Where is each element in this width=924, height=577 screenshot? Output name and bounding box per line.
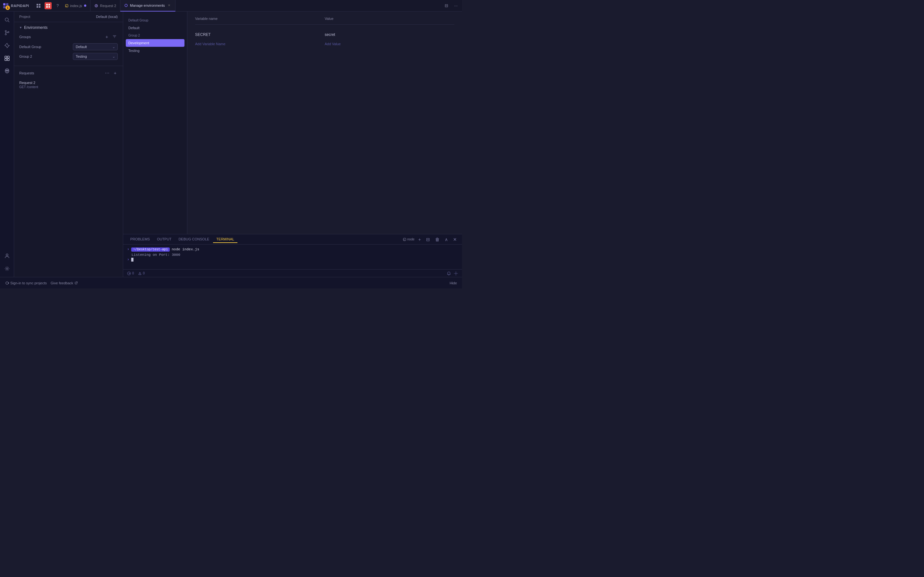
group-default-select-wrapper: Default [73,43,118,50]
env-item-default-label: Default [128,26,140,30]
tab-debug-label: DEBUG CONSOLE [178,237,209,241]
activity-search[interactable] [1,14,13,26]
tab-request2[interactable]: Request 2 [90,0,120,11]
activity-alien[interactable] [1,65,13,77]
request-icon [94,4,98,8]
title-bar: 1 RAPIDAPI [0,0,462,11]
svg-rect-22 [5,56,7,58]
activity-git[interactable] [1,27,13,39]
terminal-maximize-btn[interactable]: ∧ [443,236,449,243]
tab-manage-environments[interactable]: Manage environments ✕ [120,0,176,11]
tab-terminal[interactable]: TERMINAL [213,236,237,243]
status-errors: ✕ 0 [127,271,134,276]
tab-terminal-label: TERMINAL [216,237,234,241]
terminal-add-btn[interactable]: + [417,236,422,243]
status-bar-right [447,271,458,276]
requests-label: Requests [19,71,34,75]
grid-icon-btn[interactable] [35,2,42,9]
requests-section-header: Requests ⋯ + [14,66,123,79]
title-bar-right: ⊟ ··· [443,2,459,9]
svg-rect-9 [48,4,50,5]
env-item-default[interactable]: Default [123,24,187,32]
tab-problems[interactable]: PROBLEMS [127,236,153,243]
terminal-command-line: › ~/Desktop/test-api node index.js [127,247,458,251]
svg-point-27 [5,70,7,71]
sign-in-btn[interactable]: Sign-in to sync projects [5,281,47,285]
group2-select[interactable]: Testing Development [73,53,118,60]
activity-gear[interactable] [1,263,13,274]
sidebar-env-label: Environments [24,25,47,30]
svg-rect-25 [7,59,9,61]
tab-output[interactable]: OUTPUT [153,236,174,243]
env-tab-icon [124,3,128,7]
terminal-close-btn[interactable]: ✕ [452,236,458,243]
tab-manage-environments-label: Manage environments [130,3,165,7]
variable-row-secret: SECRET secret [195,30,454,39]
app-name: RAPIDAPI [11,4,29,8]
title-bar-left: 1 RAPIDAPI [3,2,61,9]
filter-groups-btn[interactable] [111,34,118,40]
prompt-arrow-2-icon: › [127,258,129,262]
activity-person[interactable] [1,250,13,261]
error-count: 0 [132,271,134,275]
variables-panel: Variable name Value SECRET secret Add Va… [187,11,462,234]
tab-debug-console[interactable]: DEBUG CONSOLE [175,236,212,243]
tabs-bar: js index.js Request 2 Manage environment… [61,0,443,11]
node-label: node [407,237,415,241]
plugin-icon-btn[interactable] [45,2,52,9]
groups-actions: + [104,34,118,40]
tab-close-btn[interactable]: ✕ [167,3,171,7]
feedback-btn[interactable]: Give feedback [51,281,78,285]
tab-request2-label: Request 2 [100,4,116,8]
bottom-bar-right: Hide [449,281,457,285]
svg-point-28 [7,70,8,71]
sidebar: Project Default (local) ▼ Environments G… [14,11,123,277]
svg-text:!: ! [140,272,140,275]
warning-icon: ! [138,271,142,276]
svg-rect-0 [3,3,5,5]
activity-bar-bottom [1,250,13,274]
notification-badge: 1 [5,5,10,10]
terminal-tab-right: N node + ⊟ 🗑 ∧ ✕ [403,236,458,243]
var-name-col-header: Variable name [195,17,325,21]
terminal-trash-btn[interactable]: 🗑 [434,236,441,243]
requests-more-btn[interactable]: ⋯ [103,70,111,76]
activity-grid[interactable] [1,53,13,64]
group-row-default: Default Group Default [19,43,118,50]
groups-header: Groups + [19,34,118,40]
env-item-development[interactable]: Development [126,39,184,47]
add-request-btn[interactable]: + [113,70,118,76]
add-var-name-placeholder[interactable]: Add Variable Name [195,42,325,46]
add-var-value-placeholder[interactable]: Add Value [325,42,454,46]
terminal-cursor-line: › [127,258,458,262]
help-icon-btn[interactable]: ? [54,2,61,9]
var-name-secret: SECRET [195,32,325,37]
split-view-icon[interactable]: ⊟ [443,2,450,9]
tab-problems-label: PROBLEMS [130,237,150,241]
svg-line-17 [8,21,9,22]
terminal-tabs-bar: PROBLEMS OUTPUT DEBUG CONSOLE TERMINAL [123,234,462,245]
env-group-2-label: Group 2 [123,32,187,39]
request-item-0[interactable]: Request 2 GET /content [14,79,123,91]
group-default-select[interactable]: Default [73,43,118,50]
activity-pin[interactable] [1,40,13,51]
bottom-bar: Sign-in to sync projects Give feedback H… [0,277,462,288]
more-options-icon[interactable]: ··· [452,2,459,9]
terminal-output-line: Listening on Port: 3000 [127,253,458,257]
sidebar-environments-section: ▼ Environments Groups + [14,22,123,66]
terminal-path: ~/Desktop/test-api [131,247,170,251]
terminal-split-btn[interactable]: ⊟ [425,236,431,243]
hide-btn[interactable]: Hide [449,281,457,285]
svg-rect-1 [6,3,8,5]
env-item-testing[interactable]: Testing [123,47,187,55]
tab-modified-dot [84,5,86,7]
activity-bar [0,11,14,277]
sidebar-env-header: ▼ Environments [19,25,118,30]
request-method: GET /content [19,85,118,89]
env-list-panel: Default Group Default Group 2 Developmen… [123,11,187,234]
svg-point-29 [6,254,8,256]
tab-index-js[interactable]: js index.js [61,0,90,11]
status-warnings: ! 0 [138,271,145,276]
error-icon: ✕ [127,271,131,276]
add-group-btn[interactable]: + [104,34,110,40]
